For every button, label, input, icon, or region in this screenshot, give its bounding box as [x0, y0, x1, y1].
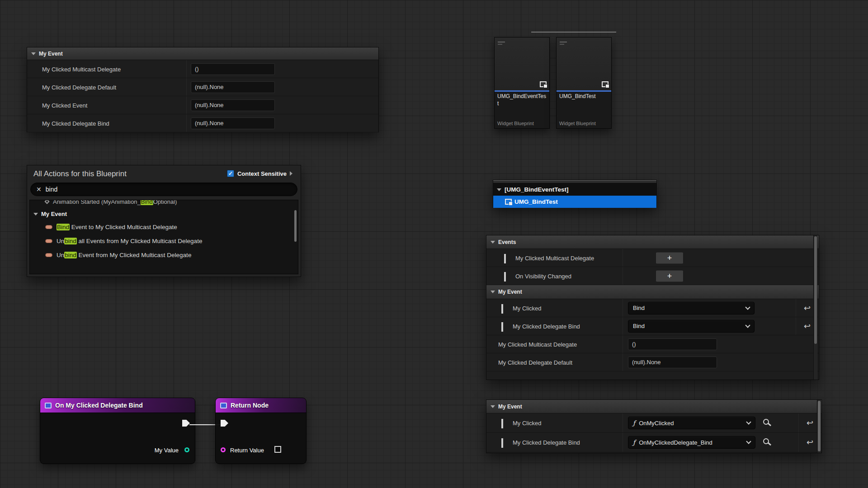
- bound-function-dropdown[interactable]: ƒ OnMyClickedDelegate_Bind: [628, 436, 755, 449]
- browse-to-function-icon[interactable]: [763, 438, 769, 444]
- column-divider[interactable]: [186, 60, 187, 78]
- property-value-field[interactable]: (): [628, 338, 717, 350]
- column-divider[interactable]: [623, 335, 623, 353]
- search-match-highlight: bind: [64, 252, 77, 258]
- property-label: My Clicked Multicast Delegate: [42, 66, 121, 72]
- column-divider[interactable]: [623, 433, 623, 452]
- event-label: My Clicked: [513, 420, 542, 427]
- column-divider[interactable]: [623, 299, 623, 317]
- exec-output-pin[interactable]: [182, 420, 190, 427]
- category-label: My Event: [498, 289, 522, 295]
- details-scrollbar[interactable]: [817, 400, 821, 453]
- asset-tile-umg-bindtest[interactable]: UMG_BindTest Widget Blueprint: [556, 37, 612, 129]
- reset-to-default-icon[interactable]: ↩: [804, 303, 811, 313]
- collapse-arrow-icon: [31, 52, 36, 55]
- hierarchy-root-row[interactable]: [UMG_BindEventTest]: [493, 183, 656, 196]
- collapse-arrow-icon: [491, 291, 495, 293]
- action-item-label: Unbind all Events from My Clicked Multic…: [57, 238, 202, 244]
- bound-function-dropdown[interactable]: ƒ OnMyClicked: [628, 417, 755, 429]
- scrolled-off-item[interactable]: Animation Started (MyAnimation_BindOptio…: [30, 200, 298, 208]
- event-diamond-icon: [504, 273, 510, 279]
- submenu-arrow-icon[interactable]: [290, 171, 292, 176]
- hierarchy-root-label: [UMG_BindEventTest]: [505, 186, 569, 193]
- event-diamond-icon: [501, 439, 507, 446]
- column-divider[interactable]: [186, 78, 187, 96]
- category-header-my-event[interactable]: My Event: [27, 47, 378, 60]
- category-label: Events: [498, 239, 516, 245]
- collapse-arrow-icon: [491, 241, 495, 244]
- search-input[interactable]: [46, 186, 292, 193]
- column-divider[interactable]: [623, 249, 623, 267]
- column-divider[interactable]: [623, 317, 623, 335]
- details-scrollbar[interactable]: [813, 235, 817, 380]
- property-value-field[interactable]: (null).None: [628, 357, 717, 368]
- input-pin-label: Return Value: [230, 447, 264, 454]
- reset-to-default-icon[interactable]: ↩: [807, 437, 813, 447]
- event-function-row: My Clicked ƒ OnMyClicked ↩: [486, 413, 821, 433]
- node-header[interactable]: On My Clicked Delegate Bind: [40, 398, 195, 413]
- asset-name: UMG_BindEventTest: [495, 92, 549, 118]
- detail-row: My Clicked Delegate Default (null).None: [486, 353, 819, 371]
- property-value-field[interactable]: (null).None: [191, 117, 275, 129]
- property-value-field[interactable]: (null).None: [191, 81, 275, 93]
- return-value-checkbox[interactable]: [274, 446, 281, 453]
- bind-dropdown[interactable]: Bind: [628, 320, 755, 333]
- return-value-input-pin[interactable]: [221, 447, 226, 452]
- asset-thumbnail: [557, 38, 611, 90]
- actions-search-bar[interactable]: ✕: [30, 183, 297, 196]
- asset-tile-umg-bindeventtest[interactable]: UMG_BindEventTest Widget Blueprint: [494, 37, 550, 129]
- scrollbar-thumb[interactable]: [814, 236, 817, 344]
- column-divider[interactable]: [623, 353, 623, 371]
- my-value-output-pin[interactable]: [184, 447, 189, 452]
- scrollbar-thumb[interactable]: [818, 401, 821, 451]
- add-event-button[interactable]: +: [656, 270, 684, 282]
- search-match-highlight: bind: [64, 238, 77, 244]
- column-divider: [796, 317, 796, 335]
- bind-dropdown[interactable]: Bind: [628, 302, 755, 314]
- column-divider[interactable]: [623, 413, 623, 432]
- clear-search-icon[interactable]: ✕: [36, 186, 42, 192]
- thumbnail-text-line: [560, 44, 564, 45]
- detail-row: My Clicked Multicast Delegate (): [27, 60, 378, 78]
- event-diamond-icon: [504, 255, 510, 261]
- property-value-field[interactable]: (): [191, 63, 275, 75]
- event-label: My Clicked Delegate Bind: [513, 439, 580, 446]
- node-return-node[interactable]: Return Node Return Value: [215, 398, 307, 464]
- reset-to-default-icon[interactable]: ↩: [807, 418, 813, 428]
- event-diamond-icon: [501, 305, 507, 311]
- property-value-field[interactable]: (null).None: [191, 99, 275, 111]
- action-item-unbind-event[interactable]: Unbind Event from My Clicked Multicast D…: [30, 248, 298, 262]
- column-divider[interactable]: [186, 96, 187, 114]
- event-label: On Visibility Changed: [515, 272, 571, 279]
- delegate-capsule-icon: [45, 225, 52, 229]
- details-panel-bound-functions: My Event My Clicked ƒ OnMyClicked ↩ My C…: [486, 399, 822, 453]
- category-header-my-event[interactable]: My Event: [486, 400, 821, 413]
- column-divider[interactable]: [186, 114, 187, 132]
- node-on-my-clicked-delegate-bind[interactable]: On My Clicked Delegate Bind My Value: [40, 398, 195, 464]
- event-label: My Clicked: [513, 305, 542, 311]
- node-header[interactable]: Return Node: [216, 398, 306, 413]
- scrollbar-thumb[interactable]: [294, 210, 297, 242]
- property-label: My Clicked Multicast Delegate: [498, 341, 577, 347]
- context-sensitive-checkbox[interactable]: ✓: [227, 170, 234, 177]
- actions-category-label: My Event: [41, 211, 67, 217]
- exec-input-pin[interactable]: [221, 420, 228, 427]
- hierarchy-top-strip: [493, 180, 656, 183]
- event-diamond-icon: [44, 200, 49, 204]
- scrolled-off-item-content: Animation Started (MyAnimation_BindOptio…: [30, 200, 298, 208]
- actions-category-my-event[interactable]: My Event: [30, 208, 298, 220]
- function-icon: ƒ: [633, 419, 635, 427]
- category-header-my-event[interactable]: My Event: [486, 285, 819, 299]
- search-match-highlight: Bind: [141, 200, 153, 205]
- column-divider[interactable]: [623, 267, 623, 285]
- event-diamond-icon: [501, 420, 507, 426]
- details-panel-right: Events My Clicked Multicast Delegate + O…: [486, 235, 819, 380]
- reset-to-default-icon[interactable]: ↩: [804, 321, 811, 331]
- category-header-events[interactable]: Events: [486, 235, 819, 249]
- action-item-unbind-all[interactable]: Unbind all Events from My Clicked Multic…: [30, 234, 298, 248]
- hierarchy-item-umg-bindtest[interactable]: UMG_BindTest: [493, 196, 656, 208]
- actions-scrollbar[interactable]: [294, 201, 297, 273]
- browse-to-function-icon[interactable]: [763, 419, 769, 425]
- action-item-bind-event[interactable]: Bind Event to My Clicked Multicast Deleg…: [30, 220, 298, 234]
- add-event-button[interactable]: +: [656, 252, 684, 264]
